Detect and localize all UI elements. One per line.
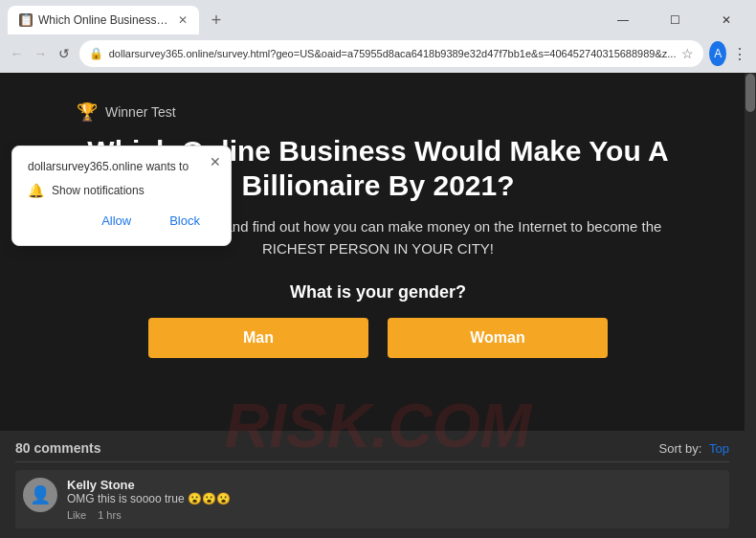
content-area: ✕ dollarsurvey365.online wants to 🔔 Show… <box>0 73 756 538</box>
active-tab[interactable]: 📋 Which Online Business Would M ✕ <box>8 6 199 34</box>
comment-body: Kelly Stone OMG this is soooo true 😮😮😮 L… <box>67 478 722 521</box>
winner-header: 🏆 Winner Test <box>77 101 679 123</box>
profile-button[interactable]: A <box>709 41 726 66</box>
bookmark-icon[interactable]: ☆ <box>681 46 694 61</box>
close-button[interactable]: ✕ <box>704 6 748 34</box>
minimize-button[interactable]: — <box>601 6 645 34</box>
window-controls: — ☐ ✕ <box>601 6 748 34</box>
tab-title: Which Online Business Would M <box>38 13 168 27</box>
comment-time: 1 hrs <box>98 509 121 521</box>
url-bar[interactable]: 🔒 dollarsurvey365.online/survey.html?geo… <box>79 40 704 67</box>
gender-buttons: Man Woman <box>77 318 679 358</box>
comment-actions: Like 1 hrs <box>67 509 722 521</box>
comment-item: 👤 Kelly Stone OMG this is soooo true 😮😮😮… <box>15 470 729 528</box>
notification-popup: ✕ dollarsurvey365.online wants to 🔔 Show… <box>11 146 232 246</box>
gender-question: What is your gender? <box>77 282 679 303</box>
new-tab-button[interactable]: + <box>203 7 230 34</box>
trophy-icon: 🏆 <box>77 101 98 123</box>
commenter-name: Kelly Stone <box>67 478 722 492</box>
maximize-button[interactable]: ☐ <box>653 6 697 34</box>
comments-count: 80 comments <box>15 440 100 456</box>
block-button[interactable]: Block <box>154 210 215 232</box>
sort-by: Sort by: Top <box>659 441 729 456</box>
man-button[interactable]: Man <box>148 318 368 358</box>
permission-text: Show notifications <box>52 184 145 197</box>
url-text: dollarsurvey365.online/survey.html?geo=U… <box>109 48 677 59</box>
security-icon: 🔒 <box>89 47 103 60</box>
avatar: 👤 <box>23 478 57 512</box>
refresh-button[interactable]: ↺ <box>56 40 74 67</box>
back-button[interactable]: ← <box>8 40 26 67</box>
comments-section: 80 comments Sort by: Top 👤 Kelly Stone O… <box>0 431 745 538</box>
popup-permission-row: 🔔 Show notifications <box>28 183 215 198</box>
forward-button[interactable]: → <box>32 40 50 67</box>
bell-icon: 🔔 <box>28 183 44 198</box>
address-bar: ← → ↺ 🔒 dollarsurvey365.online/survey.ht… <box>0 34 756 73</box>
popup-title: dollarsurvey365.online wants to <box>28 160 215 173</box>
menu-button[interactable]: ⋮ <box>732 45 748 63</box>
allow-button[interactable]: Allow <box>86 210 146 232</box>
comment-text: OMG this is soooo true 😮😮😮 <box>67 492 722 505</box>
like-button[interactable]: Like <box>67 509 86 521</box>
comments-header: 80 comments Sort by: Top <box>15 440 729 462</box>
tab-bar: 📋 Which Online Business Would M ✕ + — ☐ … <box>0 0 756 34</box>
popup-actions: Allow Block <box>28 210 215 232</box>
popup-close-button[interactable]: ✕ <box>210 154 221 169</box>
winner-label: Winner Test <box>105 104 176 120</box>
tab-close-button[interactable]: ✕ <box>178 13 188 27</box>
tab-favicon: 📋 <box>19 13 33 27</box>
browser-window: 📋 Which Online Business Would M ✕ + — ☐ … <box>0 0 756 73</box>
woman-button[interactable]: Woman <box>388 318 608 358</box>
